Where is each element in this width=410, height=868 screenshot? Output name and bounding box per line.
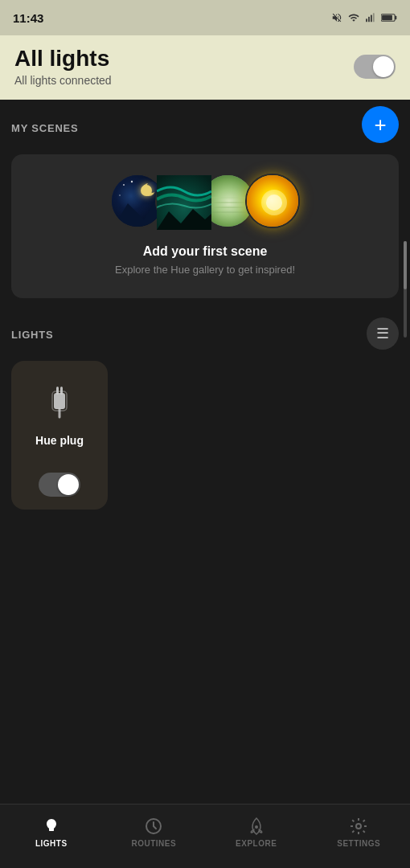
hue-plug-toggle[interactable]	[39, 473, 80, 497]
nav-routines-label: ROUTINES	[131, 839, 176, 848]
aurora-scene-svg	[157, 175, 211, 230]
mute-icon	[331, 12, 342, 23]
svg-point-9	[146, 182, 158, 193]
scene-circle-aurora	[155, 174, 210, 228]
scenes-card: Add your first scene Explore the Hue gal…	[11, 154, 399, 298]
nav-item-explore[interactable]: EXPLORE	[205, 805, 308, 860]
svg-point-10	[123, 184, 125, 186]
filter-icon: ☰	[376, 325, 389, 342]
svg-rect-1	[368, 17, 370, 22]
hue-plug-name: Hue plug	[35, 419, 84, 463]
clock-icon	[144, 817, 163, 836]
status-bar: 11:43	[0, 0, 410, 35]
wifi-icon	[347, 12, 360, 23]
svg-point-12	[119, 194, 121, 196]
scroll-indicator[interactable]	[404, 241, 407, 338]
page-title: All lights	[14, 47, 112, 72]
svg-rect-3	[373, 13, 375, 22]
header: All lights All lights connected	[0, 35, 410, 100]
add-scene-button[interactable]: +	[362, 106, 399, 143]
scene-circle-sunny	[245, 174, 300, 228]
svg-point-31	[356, 824, 361, 829]
light-card-hue-plug[interactable]: Hue plug	[11, 361, 108, 510]
page-subtitle: All lights connected	[14, 74, 112, 87]
scenes-section-header: MY SCENES +	[11, 114, 399, 143]
hue-plug-toggle-knob	[58, 474, 79, 495]
svg-rect-2	[371, 15, 372, 23]
lights-section-header: LIGHTS ☰	[11, 321, 399, 350]
lights-section-title: LIGHTS	[11, 329, 53, 341]
svg-point-23	[266, 194, 282, 211]
plug-icon	[41, 374, 78, 419]
nav-lights-label: LIGHTS	[35, 839, 68, 848]
svg-rect-26	[60, 387, 63, 395]
rocket-icon	[247, 817, 266, 836]
filter-button[interactable]: ☰	[367, 317, 399, 350]
svg-rect-24	[54, 393, 65, 409]
scroll-thumb	[404, 241, 407, 289]
toggle-knob	[373, 56, 394, 77]
status-time: 11:43	[13, 11, 43, 25]
scenes-section-title: MY SCENES	[11, 122, 79, 134]
all-lights-toggle[interactable]	[354, 55, 396, 79]
nav-explore-label: EXPLORE	[236, 839, 277, 848]
sunny-scene-svg	[247, 175, 300, 228]
header-text: All lights All lights connected	[14, 47, 112, 87]
nav-settings-label: SETTINGS	[337, 839, 380, 848]
svg-rect-5	[395, 16, 396, 19]
lights-grid: Hue plug	[11, 361, 399, 510]
bottom-nav: LIGHTS ROUTINES EXPLORE SETTINGS	[0, 804, 410, 868]
svg-point-30	[255, 825, 258, 829]
nav-item-settings[interactable]: SETTINGS	[308, 805, 411, 860]
signal-icon	[365, 12, 376, 23]
svg-rect-0	[366, 18, 367, 22]
svg-rect-6	[382, 15, 392, 20]
scenes-empty-subtitle: Explore the Hue gallery to get inspired!	[115, 264, 295, 276]
battery-icon	[381, 13, 397, 23]
nav-item-lights[interactable]: LIGHTS	[0, 805, 103, 860]
nav-item-routines[interactable]: ROUTINES	[103, 805, 206, 860]
main-content: MY SCENES +	[0, 100, 410, 524]
svg-rect-28	[49, 830, 54, 831]
status-icons	[331, 12, 397, 23]
svg-point-11	[131, 181, 133, 182]
gear-icon	[349, 817, 368, 836]
svg-rect-25	[56, 387, 59, 395]
scenes-empty-title: Add your first scene	[143, 244, 268, 259]
lamp-icon	[42, 817, 61, 836]
scene-circles-container	[110, 174, 300, 228]
